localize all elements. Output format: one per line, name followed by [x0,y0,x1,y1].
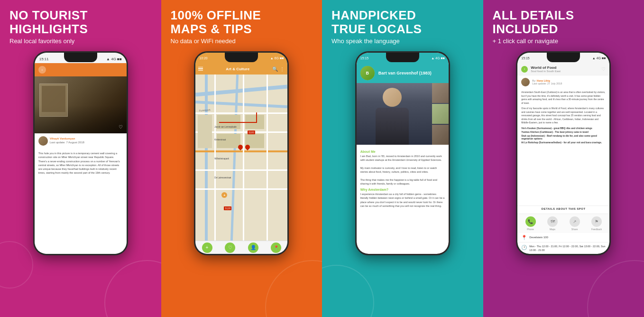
details-location-row: 📍 Develstein 100 [517,233,609,242]
status-bar-1: 15:11 ▲ 4G ■■ [35,53,127,63]
action-share[interactable]: ↗ Share [570,216,580,231]
phone-4-container: 15:15 ▲ 4G ■■ ‹ World of Food Soul food … [483,51,644,317]
share-icon: ↗ [570,216,580,227]
details-text-2: One of my favourite spots is World of Fo… [521,107,606,125]
body-text-1: This hole you in this picture is in a te… [35,149,127,254]
panel-4-title: ALL DETAILS INCLUDED [493,9,635,36]
author-avatar-1 [38,136,48,146]
author-info-1: Vihayit Vardumyan Last update: 7 August … [50,137,84,145]
panel-2-heading: 100% OFFLINE MAPS & TIPS No data or WiFi… [161,0,322,47]
panel-offline-maps: 100% OFFLINE MAPS & TIPS No data or WiFi… [161,0,322,317]
map-action-1[interactable]: + [202,242,212,253]
spot-title: World of Food [531,65,598,70]
spot-subtitle: Soul food in South East [531,70,598,73]
status-bar-3: 15:15 ▲ 4G ■■ [357,53,449,63]
heart-icon-1: ♡ [119,124,123,130]
profile-photo [357,83,449,145]
phone-3-screen: 15:15 ▲ 4G ■■ B Bart van Grevenhof (1983… [357,53,449,254]
map-bottom-bar: + ♡ 👤 📍 [195,241,287,254]
phone-1-screen: 15:11 ▲ 4G ■■ ‹ A Peephole to the '90s T… [35,53,127,254]
action-maps-label: Maps [550,228,555,231]
phone-3: 15:15 ▲ 4G ■■ B Bart van Grevenhof (1983… [355,51,450,255]
map-action-3[interactable]: 👤 [248,242,258,253]
side-pic-3 [432,125,449,145]
status-bar-4: 15:15 ▲ 4G ■■ [517,53,609,63]
phone-1: 15:11 ▲ 4G ■■ ‹ A Peephole to the '90s T… [33,51,128,255]
about-text: I am Bart, born in '83, moved to Amsterd… [360,154,445,186]
back-button-1[interactable]: ‹ [38,66,46,74]
map-title: Art & Culture [205,67,270,71]
profile-side-pics [432,83,449,145]
search-icon-map[interactable]: 🔍 [272,66,278,72]
panel-1-subheading: Real local favorites only [9,37,152,45]
map-area: + S100 S128 Funenpark Jacob van Lennepka… [195,75,287,241]
action-phone-label: Phone [527,228,534,231]
phone-2: 10:20 ▲ 6G ■■ Art & Culture 🔍 ⋮ [194,51,289,255]
action-maps[interactable]: 🗺 Maps [547,216,558,231]
phone-4-screen: 15:15 ▲ 4G ■■ ‹ World of Food Soul food … [517,53,609,254]
panel-true-locals: HANDPICKED TRUE LOCALS Who speak the lan… [322,0,483,317]
panel-3-title: HANDPICKED TRUE LOCALS [331,9,474,36]
restaurant-list: Vie's Keuken (Surinamese) - great BBQ ri… [521,127,606,144]
map-action-4[interactable]: 📍 [271,242,281,253]
hero-image-1: A Peephole to the '90s The rockets fired… [35,76,127,133]
clock-icon: 🕐 [521,245,527,250]
why-text: I experience Amsterdam as a city full of… [360,192,445,208]
map-toolbar-2: Art & Culture 🔍 ⋮ [195,63,287,75]
panel-3-subheading: Who speak the language [331,37,474,45]
details-author-info: By: Hana Libig Last update: 27 July 2018 [532,79,562,85]
phone-icon: 📞 [525,216,536,227]
details-header: ‹ World of Food Soul food in South East … [517,63,609,75]
map-action-2[interactable]: ♡ [225,242,235,253]
panel-1-title: NO TOURIST HIGHLIGHTS [9,9,152,36]
details-action-row: 📞 Phone 🗺 Maps ↗ Share ⚑ Feedback [517,214,609,233]
panel-2-title: 100% OFFLINE MAPS & TIPS [171,9,313,36]
action-share-label: Share [571,228,578,231]
status-bar-2: 10:20 ▲ 6G ■■ [195,53,287,63]
details-body: Amsterdam South-East (Zuidoost) is an ar… [517,89,609,204]
hamburger-icon[interactable] [198,67,203,71]
about-title: About Me [360,150,445,153]
menu-icon-map[interactable]: ⋮ [280,66,285,72]
panel-4-subheading: + 1 click call or navigate [493,37,635,45]
action-feedback-label: Feedback [591,228,602,231]
nav-bar-1: ‹ [35,63,127,76]
author-row-1: Vihayit Vardumyan Last update: 7 August … [35,133,127,149]
maps-icon: 🗺 [547,216,558,227]
details-main-text: Amsterdam South-East (Zuidoost) is an ar… [521,91,606,105]
hours-text: Mon - Thu 12:00 - 21:00, Fri 12:00 - 22:… [529,244,606,252]
details-title-block: World of Food Soul food in South East [531,65,598,73]
profile-body: About Me I am Bart, born in '83, moved t… [357,145,449,254]
action-phone[interactable]: 📞 Phone [525,216,536,231]
profile-header: B Bart van Grevenhof (1983) [357,63,449,83]
details-section-label: DETAILS ABOUT THIS SPOT [517,205,609,212]
profile-name: Bart van Grevenhof (1983) [378,71,432,75]
action-feedback[interactable]: ⚑ Feedback [591,216,602,231]
why-title: Why Amsterdam? [360,188,445,191]
side-pic-1 [432,83,449,103]
panel-all-details: ALL DETAILS INCLUDED + 1 click call or n… [483,0,644,317]
panel-4-heading: ALL DETAILS INCLUDED + 1 click call or n… [483,0,644,47]
panel-no-tourist: NO TOURIST HIGHLIGHTS Real local favorit… [0,0,161,317]
location-pin-icon: 📍 [521,235,527,240]
phone-1-container: 15:11 ▲ 4G ■■ ‹ A Peephole to the '90s T… [0,51,161,317]
details-hours-row: 🕐 Mon - Thu 12:00 - 21:00, Fri 12:00 - 2… [517,242,609,254]
profile-avatar: B [360,66,375,80]
phone-3-container: 15:15 ▲ 4G ■■ B Bart van Grevenhof (1983… [322,51,483,317]
details-author-avatar [521,78,530,86]
phone-4: 15:15 ▲ 4G ■■ ‹ World of Food Soul food … [516,51,611,255]
panel-2-subheading: No data or WiFi needed [171,37,313,45]
heart-icon-4[interactable]: ♡ [601,66,606,72]
details-author-row: By: Hana Libig Last update: 27 July 2018 [517,75,609,89]
side-pic-2 [432,104,449,124]
panel-3-heading: HANDPICKED TRUE LOCALS Who speak the lan… [322,0,483,47]
feedback-icon: ⚑ [591,216,602,227]
panel-1-heading: NO TOURIST HIGHLIGHTS Real local favorit… [0,0,161,47]
location-text: Develstein 100 [529,236,548,239]
phone-2-screen: 10:20 ▲ 6G ■■ Art & Culture 🔍 ⋮ [195,53,287,254]
phone-2-container: 10:20 ▲ 6G ■■ Art & Culture 🔍 ⋮ [161,51,322,317]
details-back-button[interactable]: ‹ [521,66,528,73]
